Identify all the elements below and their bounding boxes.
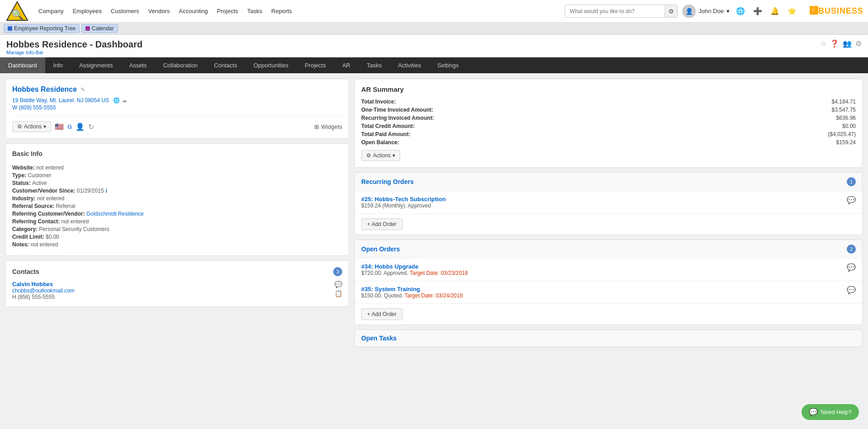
need-help-button[interactable]: 💬 Need Help? [802, 404, 859, 420]
actions-button[interactable]: ⚙ Actions ▾ [12, 121, 51, 132]
tab-ar[interactable]: AR [334, 57, 359, 73]
open-orders-header: Open Orders 2 [355, 240, 862, 259]
nav-tasks[interactable]: Tasks [247, 5, 262, 17]
star-icon[interactable]: ⭐ [786, 6, 798, 16]
info-tooltip-icon[interactable]: ℹ [105, 188, 108, 194]
globe-icon[interactable]: 🌐 [113, 97, 120, 104]
recurring-orders-header: Recurring Orders 1 [355, 173, 862, 191]
open-order-chat-icon-1[interactable]: 💬 [847, 263, 856, 272]
tab-tasks[interactable]: Tasks [359, 57, 390, 73]
user-dropdown-icon[interactable]: ▾ [726, 8, 730, 14]
open-order-title-2[interactable]: #35: System Training [361, 286, 463, 292]
chat-icon[interactable]: 💬 [335, 281, 342, 288]
search-bar: ⊙ [565, 5, 678, 18]
tab-activities[interactable]: Activities [390, 57, 429, 73]
nav-accounting[interactable]: Accounting [179, 5, 208, 17]
tab-info[interactable]: Info [45, 57, 71, 73]
ar-credit: Total Credit Amount: $0.00 [361, 123, 856, 129]
document-icon[interactable]: 📋 [335, 290, 342, 297]
users-icon[interactable]: 👥 [843, 39, 852, 48]
person-search-icon[interactable]: 👤 [75, 123, 85, 131]
help-icon[interactable]: ❓ [830, 39, 839, 48]
info-referring-customer: Referring Customer/Vendor: Goldschmidt R… [12, 211, 342, 217]
widgets-button[interactable]: ⊞ Widgets [314, 123, 342, 130]
contact-phone: H (856) 555-5555 [12, 294, 75, 300]
manage-info-bar-link[interactable]: Manage Info-Bar [6, 50, 142, 55]
ar-actions-button[interactable]: ⚙ Actions ▾ [361, 150, 400, 161]
customer-name[interactable]: Hobbes Residence [12, 85, 77, 94]
contacts-badge: 3 [333, 267, 342, 276]
tab-projects[interactable]: Projects [297, 57, 334, 73]
grid-icon: ⊞ [314, 123, 319, 130]
main-nav: Company Employees Customers Vendors Acco… [38, 5, 565, 17]
nav-employees[interactable]: Employees [73, 5, 102, 17]
nav-customers[interactable]: Customers [111, 5, 139, 17]
nav-projects[interactable]: Projects [217, 5, 238, 17]
recurring-order-chat-icon[interactable]: 💬 [847, 196, 856, 204]
open-tasks-card: Open Tasks [354, 330, 863, 347]
refresh-icon[interactable]: ↻ [88, 123, 94, 131]
customer-address[interactable]: 19 Biddle Way, Mt. Laurel, NJ 08054 US 🌐… [12, 97, 342, 104]
page-header: Hobbes Residence - Dashboard Manage Info… [0, 35, 868, 57]
tab-dashboard[interactable]: Dashboard [0, 57, 45, 73]
info-referring-contact: Referring Contact: not entered [12, 218, 342, 225]
sub-navigation: Dashboard Info Assignments Assets Collab… [0, 57, 868, 73]
contact-item: Calvin Hobbes chobbs@outlookmail.com H (… [12, 281, 342, 300]
tab-color-indicator [85, 26, 90, 31]
recurring-order-item-1: #25: Hobbs-Tech Subscription $159.24 (Mo… [355, 191, 862, 214]
quick-tab-calendar[interactable]: Calendar [81, 24, 118, 33]
contact-email[interactable]: chobbs@outlookmail.com [12, 288, 75, 294]
main-content: Hobbes Residence ✎ 19 Biddle Way, Mt. La… [0, 73, 868, 429]
bell-icon[interactable]: 🔔 [769, 6, 781, 16]
recurring-order-title-1[interactable]: #25: Hobbs-Tech Subscription [361, 196, 446, 203]
open-order-title-1[interactable]: #34: Hobbs Upgrade [361, 263, 468, 270]
user-section: 👤 John Doe ▾ [682, 5, 730, 18]
edit-icon[interactable]: ✎ [80, 86, 85, 93]
recurring-orders-badge: 1 [847, 177, 856, 186]
contacts-card: Contacts 3 Calvin Hobbes chobbs@outlookm… [5, 260, 349, 307]
user-name[interactable]: John Doe [698, 8, 724, 14]
contacts-header: Contacts 3 [12, 267, 342, 276]
tab-color-indicator [8, 26, 12, 31]
recurring-orders-title: Recurring Orders [361, 178, 414, 185]
ar-summary-title: AR Summary [361, 85, 856, 93]
tab-settings[interactable]: Settings [429, 57, 467, 73]
info-status: Status: Active [12, 180, 342, 186]
quick-tab-employee-reporting[interactable]: Employee Reporting Tree [4, 24, 80, 33]
favorite-star-icon[interactable]: ☆ [820, 39, 826, 48]
tab-opportunities[interactable]: Opportunities [245, 57, 297, 73]
top-right-controls: ⊙ 👤 John Doe ▾ 🌐 ➕ 🔔 ⭐ 🅱BUSINESS [565, 5, 863, 18]
recurring-add-order-button[interactable]: + Add Order [361, 218, 402, 230]
nav-vendors[interactable]: Vendors [148, 5, 170, 17]
cloud-icon[interactable]: ☁ [122, 97, 127, 104]
order-details: #25: Hobbs-Tech Subscription $159.24 (Mo… [361, 196, 446, 209]
tab-collaboration[interactable]: Collaboration [155, 57, 206, 73]
settings-icon[interactable]: ⚙ [855, 39, 862, 48]
search-button[interactable]: ⊙ [665, 5, 677, 17]
open-order-desc-2: $150.00. Quoted. Target Date: 03/24/2018 [361, 292, 463, 299]
right-panel: AR Summary Total Invoice: $4,184.71 One-… [354, 79, 863, 424]
address-icons: 🌐 ☁ [113, 97, 127, 104]
nav-reports[interactable]: Reports [271, 5, 292, 17]
nav-company[interactable]: Company [38, 5, 64, 17]
ar-paid: Total Paid Amount: ($4,025.47) [361, 131, 856, 137]
ar-total-invoice: Total Invoice: $4,184.71 [361, 99, 856, 105]
community-icon[interactable]: 🌐 [734, 6, 747, 16]
open-add-order-button[interactable]: + Add Order [361, 308, 402, 320]
open-orders-title: Open Orders [361, 245, 400, 253]
contact-name[interactable]: Calvin Hobbes [12, 281, 75, 288]
open-order-item-1: #34: Hobbs Upgrade $720.00. Approved. Ta… [355, 259, 862, 281]
brand-logo: 🅱BUSINESS [810, 6, 863, 16]
ar-dropdown-icon: ▾ [392, 152, 395, 159]
customer-phone: W (609) 555-5555 [12, 104, 342, 111]
google-icon[interactable]: G [67, 123, 72, 130]
tab-assets[interactable]: Assets [121, 57, 155, 73]
tab-contacts[interactable]: Contacts [206, 57, 245, 73]
info-notes: Notes: not entered [12, 241, 342, 248]
add-icon[interactable]: ➕ [751, 6, 764, 16]
open-order-chat-icon-2[interactable]: 💬 [847, 286, 856, 294]
search-input[interactable] [565, 5, 665, 17]
tab-assignments[interactable]: Assignments [71, 57, 121, 73]
flag-icon[interactable]: 🇺🇸 [55, 123, 64, 131]
recurring-orders-card: Recurring Orders 1 #25: Hobbs-Tech Subsc… [354, 172, 863, 235]
